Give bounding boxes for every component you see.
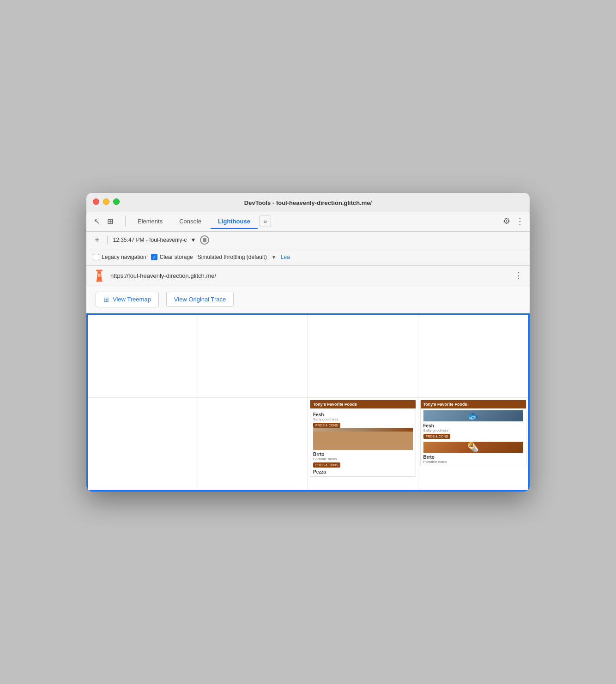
- food-item-1-btn: PROS & CONS: [313, 423, 340, 428]
- food-item-full-1-name: Fesh: [423, 423, 524, 428]
- stop-button[interactable]: [200, 235, 209, 245]
- food-card-full: Tony's Favorite Foods 🐟 Fesh Salty goodn…: [420, 400, 527, 466]
- food-item-3-name: Pezza: [313, 469, 413, 474]
- food-item-full-2-desc: Portable noms: [423, 460, 524, 464]
- filmstrip-cell-4: [418, 315, 529, 398]
- tab-separator: [125, 216, 126, 227]
- devtools-window: DevTools - foul-heavenly-direction.glitc…: [86, 193, 530, 492]
- tab-bar: ↖ ⊞ Elements Console Lighthouse » ⚙ ⋮: [86, 211, 530, 232]
- food-item-2-btn: PROS & CONS: [313, 462, 340, 468]
- more-icon[interactable]: ⋮: [516, 216, 524, 226]
- food-item-1-name: Fesh: [313, 412, 413, 417]
- filmstrip-cell-2: [198, 315, 308, 398]
- action-row: ⊞ View Treemap View Original Trace: [86, 286, 530, 313]
- filmstrip-cell-6: [198, 398, 308, 490]
- food-card-partial: Tony's Favorite Foods Fesh Salty goodnes…: [310, 400, 416, 477]
- food-item-full-1-btn: PROS & CONS: [423, 434, 451, 439]
- view-treemap-button[interactable]: ⊞ View Treemap: [96, 292, 159, 307]
- clear-storage-label: Clear storage: [160, 254, 193, 260]
- clear-storage-checkbox[interactable]: ✓: [151, 254, 157, 260]
- url-text: https://foul-heavenly-direction.glitch.m…: [110, 272, 510, 279]
- minimize-button[interactable]: [103, 198, 109, 205]
- window-title: DevTools - foul-heavenly-direction.glitc…: [244, 199, 372, 206]
- fish-image: 🐟: [423, 410, 524, 421]
- food-item-full-1-desc: Salty goodness: [423, 428, 524, 432]
- food-card-header: Tony's Favorite Foods: [310, 400, 416, 408]
- tab-bar-actions: ⚙ ⋮: [503, 216, 524, 226]
- clear-storage-option: ✓ Clear storage: [151, 254, 193, 260]
- tab-lighthouse[interactable]: Lighthouse: [211, 214, 258, 228]
- food-card-body: Fesh Salty goodness PROS & CONS Brrto Po…: [310, 408, 416, 476]
- tab-bar-icons: ↖ ⊞: [92, 215, 115, 228]
- svg-rect-0: [96, 270, 103, 271]
- view-trace-button[interactable]: View Original Trace: [166, 292, 234, 307]
- food-item-1-desc: Salty goodness: [313, 417, 413, 421]
- filmstrip-cell-7: Tony's Favorite Foods Fesh Salty goodnes…: [308, 398, 418, 490]
- url-bar: https://foul-heavenly-direction.glitch.m…: [86, 266, 530, 286]
- throttling-label: Simulated throttling (default): [198, 254, 267, 260]
- filmstrip-cell-8: Tony's Favorite Foods 🐟 Fesh Salty goodn…: [418, 398, 529, 490]
- throttling-dropdown[interactable]: ▼: [272, 255, 276, 260]
- tab-console[interactable]: Console: [172, 214, 209, 228]
- food-card-full-body: 🐟 Fesh Salty goodness PROS & CONS 🌯 Brrt…: [421, 408, 526, 466]
- lighthouse-logo: [93, 269, 106, 282]
- options-row: Legacy navigation ✓ Clear storage Simula…: [86, 249, 530, 266]
- legacy-nav-checkbox[interactable]: [93, 254, 99, 260]
- traffic-lights: [93, 198, 120, 205]
- legacy-nav-label: Legacy navigation: [102, 254, 146, 260]
- learn-more-link[interactable]: Lea: [281, 254, 290, 260]
- filmstrip-cell-3: [308, 315, 418, 398]
- toolbar: + 12:35:47 PM - foul-heavenly-c ▼: [86, 232, 530, 249]
- filmstrip-cell-5: [88, 398, 198, 490]
- session-label: 12:35:47 PM - foul-heavenly-c: [113, 237, 187, 243]
- food-item-2-desc: Portable noms: [313, 457, 413, 461]
- cursor-icon[interactable]: ↖: [92, 215, 102, 228]
- legacy-nav-option: Legacy navigation: [93, 254, 146, 260]
- preview-area: Tony's Favorite Foods Fesh Salty goodnes…: [86, 313, 530, 492]
- filmstrip-cell-1: [88, 315, 198, 398]
- filmstrip-row-2: Tony's Favorite Foods Fesh Salty goodnes…: [88, 398, 528, 490]
- session-dropdown[interactable]: ▼: [191, 237, 196, 243]
- panel-icon[interactable]: ⊞: [105, 215, 115, 228]
- tab-more-button[interactable]: »: [260, 216, 271, 227]
- svg-rect-4: [98, 274, 101, 277]
- svg-rect-3: [96, 281, 103, 282]
- tab-elements[interactable]: Elements: [130, 214, 170, 228]
- add-tab-button[interactable]: +: [93, 234, 102, 246]
- close-button[interactable]: [93, 198, 99, 205]
- maximize-button[interactable]: [113, 198, 120, 205]
- treemap-icon: ⊞: [103, 296, 109, 303]
- svg-rect-1: [97, 271, 101, 271]
- title-bar: DevTools - foul-heavenly-direction.glitc…: [86, 193, 530, 211]
- food-card-full-header: Tony's Favorite Foods: [421, 400, 526, 408]
- treemap-label: View Treemap: [113, 296, 151, 303]
- burrito-image: 🌯: [423, 442, 524, 453]
- food-partial-image: [313, 432, 413, 450]
- toolbar-separator: [107, 235, 108, 245]
- url-more-button[interactable]: ⋮: [514, 270, 523, 281]
- trace-label: View Original Trace: [174, 296, 226, 303]
- food-item-2-name: Brrto: [313, 452, 413, 457]
- food-item-full-2-name: Brrto: [423, 455, 524, 460]
- food-image-bar: [313, 428, 413, 432]
- filmstrip-row-1: [88, 315, 528, 398]
- settings-icon[interactable]: ⚙: [503, 216, 510, 226]
